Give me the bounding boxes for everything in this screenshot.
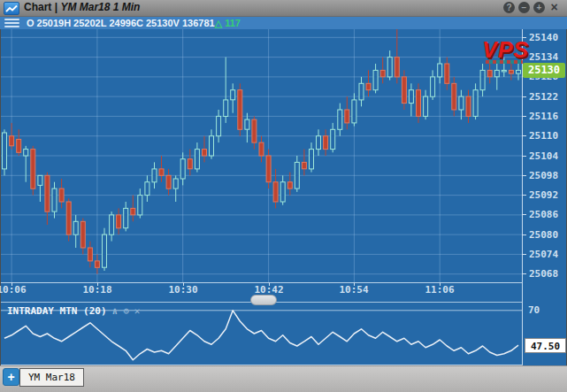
ohlc-info-bar: O25019H25202L24996C25130V136781△ 117 — [0, 17, 567, 29]
vps-watermark-subtext — [486, 60, 523, 64]
indicator-last-value-label: 47.50 — [525, 338, 566, 353]
price-tick-mark — [522, 234, 526, 235]
title-bar: Chart | YM Mar18 1 Min ? − + × — [0, 0, 567, 17]
price-tick-mark — [522, 175, 526, 176]
price-tick-label: 25074 — [529, 249, 558, 260]
ohlc-field-label: O — [27, 18, 34, 28]
ohlc-field-value: 24996 — [109, 18, 136, 28]
ohlc-field-value: 25019 — [37, 18, 65, 28]
ohlc-change-value: △ 117 — [215, 18, 241, 28]
ohlc-field-label: V — [173, 18, 180, 28]
price-tick-label: 25116 — [529, 111, 558, 122]
last-price-label: 25130 — [523, 63, 565, 78]
tab-ym-mar18[interactable]: YM Mar18 — [19, 368, 84, 387]
price-tick-mark — [522, 96, 526, 97]
maximize-button[interactable]: + — [533, 2, 545, 13]
price-tick-label: 25104 — [529, 150, 558, 162]
price-tick-mark — [522, 214, 526, 215]
ohlc-field-label: C — [136, 18, 143, 28]
chart-app-icon — [4, 2, 19, 15]
price-tick-mark — [522, 135, 526, 136]
candlestick-plot[interactable] — [1, 29, 522, 282]
indicator-collapse-icon[interactable]: ∧ — [112, 305, 119, 317]
chart-window: Chart | YM Mar18 1 Min ? − + × O25019H25… — [0, 0, 567, 392]
minimize-button[interactable]: − — [518, 2, 530, 13]
price-tick-label: 25092 — [529, 189, 558, 201]
price-tick-mark — [522, 254, 526, 255]
time-tick-label: 11:06 — [422, 284, 457, 296]
price-axis-border — [522, 29, 523, 365]
window-title-app: Chart — [24, 1, 51, 13]
price-tick-mark — [522, 156, 526, 157]
price-tick-label: 25080 — [529, 229, 558, 241]
menu-icon[interactable] — [4, 19, 19, 28]
ohlc-field-value: 25202 — [73, 18, 101, 28]
close-button[interactable]: × — [548, 2, 560, 13]
price-tick-mark — [522, 195, 526, 196]
ohlc-field-value: 25130 — [146, 18, 173, 28]
time-axis-border — [1, 282, 522, 283]
indicator-ref-level-label: 70 — [528, 304, 540, 316]
indicator-header: INTRADAY MTN (20)∧⚙✕ — [7, 305, 140, 317]
ohlc-field-label: L — [101, 18, 107, 28]
price-tick-label: 25134 — [529, 51, 558, 63]
indicator-settings-icon[interactable]: ⚙ — [123, 305, 129, 317]
price-tick-mark — [522, 116, 526, 117]
time-tick-label: 10:18 — [80, 284, 115, 296]
time-tick-label: 10:30 — [165, 284, 201, 296]
price-tick-label: 25068 — [529, 268, 558, 280]
window-title-separator: | — [55, 1, 57, 13]
time-tick-label: 10:06 — [0, 284, 29, 296]
price-tick-label: 25086 — [529, 209, 558, 220]
price-tick-label: 25098 — [529, 170, 558, 181]
ohlc-fields: O25019H25202L24996C25130V136781△ 117 — [27, 17, 241, 29]
help-button[interactable]: ? — [503, 2, 515, 13]
tab-bar — [0, 365, 567, 392]
ohlc-field-label: H — [64, 18, 71, 28]
time-tick-label: 10:54 — [336, 284, 372, 296]
window-title-instrument: YM Mar18 1 Min — [60, 1, 140, 13]
add-tab-button[interactable]: + — [3, 368, 19, 386]
ohlc-field-value: 136781 — [182, 18, 215, 28]
indicator-title: INTRADAY MTN (20) — [7, 305, 107, 317]
window-title: Chart | YM Mar18 1 Min — [24, 1, 140, 13]
price-tick-label: 25110 — [529, 130, 558, 142]
indicator-close-icon[interactable]: ✕ — [134, 305, 141, 317]
price-tick-label: 25140 — [529, 32, 558, 43]
price-tick-mark — [522, 273, 526, 274]
price-tick-label: 25122 — [529, 91, 558, 103]
vps-watermark: VPS — [482, 37, 529, 63]
